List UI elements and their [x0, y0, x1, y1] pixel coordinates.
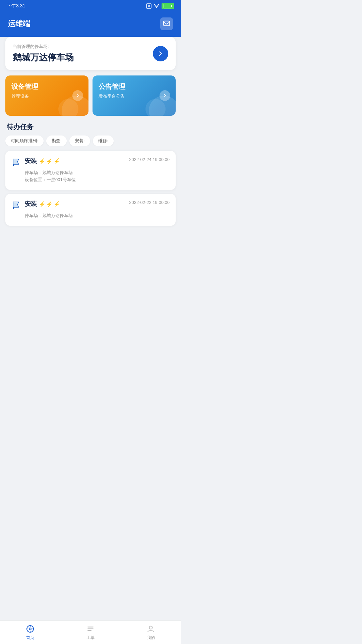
- chevron-right-icon: [75, 93, 80, 98]
- task-card[interactable]: 安装 ⚡ ⚡ ⚡ 2022-02-22 19:00:00 停车场：鹅城万达停车场: [5, 194, 176, 226]
- filter-install[interactable]: 安装:: [69, 136, 90, 146]
- chevron-right-icon: [157, 50, 164, 57]
- task-parking-lot: 停车场：鹅城万达停车场: [25, 170, 170, 176]
- filter-time[interactable]: 时间顺序排列:: [5, 136, 44, 146]
- filter-bar: 时间顺序排列: 勘查: 安装: 维修:: [5, 136, 176, 146]
- filter-repair[interactable]: 维修:: [93, 136, 114, 146]
- announcement-card-title: 公告管理: [99, 82, 170, 91]
- task-parking-lot: 停车场：鹅城万达停车场: [25, 213, 170, 219]
- task-card-left: 安装 ⚡ ⚡ ⚡: [11, 200, 60, 210]
- task-location: 设备位置：一层001号车位: [25, 177, 170, 183]
- parking-card-subtitle: 当前管理的停车场:: [13, 44, 74, 50]
- filter-survey[interactable]: 勘查:: [46, 136, 67, 146]
- announcement-card-arrow: [160, 90, 170, 101]
- task-date: 2022-02-24 19:00:00: [129, 157, 170, 162]
- parking-lot-card[interactable]: 当前管理的停车场: 鹅城万达停车场: [5, 37, 176, 70]
- message-button[interactable]: [160, 17, 173, 30]
- parking-card-title: 鹅城万达停车场: [13, 52, 74, 63]
- status-time: 下午3:31: [7, 3, 25, 9]
- svg-rect-5: [164, 21, 170, 26]
- task-type: 安装 ⚡ ⚡ ⚡: [25, 200, 60, 208]
- quick-actions: 设备管理 管理设备 公告管理 发布平台公告: [5, 75, 176, 116]
- parking-card-arrow-button[interactable]: [153, 46, 168, 61]
- wifi-icon: [154, 4, 160, 8]
- task-priority: ⚡ ⚡ ⚡: [39, 201, 60, 207]
- device-management-card[interactable]: 设备管理 管理设备: [5, 75, 88, 116]
- task-info: 停车场：鹅城万达停车场: [11, 213, 170, 219]
- task-card-header: 安装 ⚡ ⚡ ⚡ 2022-02-22 19:00:00: [11, 200, 170, 210]
- close-status-icon: [146, 3, 152, 9]
- task-type: 安装 ⚡ ⚡ ⚡: [25, 157, 60, 165]
- status-icons: [146, 3, 174, 9]
- main-content: 当前管理的停车场: 鹅城万达停车场 设备管理 管理设备: [0, 37, 181, 257]
- parking-card-info: 当前管理的停车场: 鹅城万达停车场: [13, 44, 74, 63]
- message-icon: [163, 20, 170, 28]
- status-bar: 下午3:31: [0, 0, 181, 12]
- bottom-spacer: [5, 230, 176, 257]
- battery-icon: [162, 3, 174, 9]
- svg-rect-4: [164, 4, 170, 8]
- task-info: 停车场：鹅城万达停车场 设备位置：一层001号车位: [11, 170, 170, 183]
- chevron-right-icon: [162, 93, 168, 98]
- device-card-arrow: [72, 90, 83, 101]
- task-card[interactable]: 安装 ⚡ ⚡ ⚡ 2022-02-24 19:00:00 停车场：鹅城万达停车场…: [5, 151, 176, 190]
- task-date: 2022-02-22 19:00:00: [129, 200, 170, 205]
- announcement-management-card[interactable]: 公告管理 发布平台公告: [93, 75, 176, 116]
- task-card-header: 安装 ⚡ ⚡ ⚡ 2022-02-24 19:00:00: [11, 157, 170, 167]
- task-card-left: 安装 ⚡ ⚡ ⚡: [11, 157, 60, 167]
- pending-tasks-title: 待办任务: [5, 122, 176, 131]
- header-title: 运维端: [8, 19, 30, 29]
- flag-icon: [11, 201, 21, 210]
- device-card-title: 设备管理: [11, 82, 82, 91]
- flag-icon: [11, 158, 21, 167]
- task-priority: ⚡ ⚡ ⚡: [39, 158, 60, 164]
